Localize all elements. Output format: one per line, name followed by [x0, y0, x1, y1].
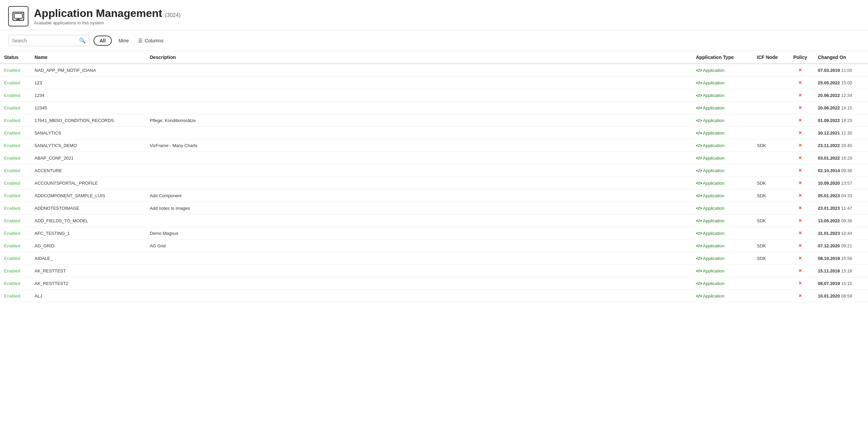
cell-policy[interactable]: ×: [787, 152, 814, 164]
cell-name[interactable]: ADD_FIELDS_TO_MODEL: [30, 214, 146, 227]
cell-name[interactable]: NAD_APP_PM_NOTIF_IOANA: [30, 64, 146, 77]
cell-name[interactable]: AK_RESTTEST2: [30, 277, 146, 290]
table-row[interactable]: Enabled123</>Application×25.05.2022 15:0…: [0, 77, 868, 89]
table-row[interactable]: EnabledADDNOTESTOIMAGEAdd notes to image…: [0, 202, 868, 214]
cell-description: [146, 89, 692, 102]
policy-x-icon[interactable]: ×: [799, 117, 802, 123]
policy-x-icon[interactable]: ×: [799, 268, 802, 273]
cell-application-type: </>Application: [692, 102, 753, 114]
policy-x-icon[interactable]: ×: [799, 293, 802, 299]
cell-policy[interactable]: ×: [787, 164, 814, 177]
cell-name[interactable]: 1234: [30, 89, 146, 102]
search-box[interactable]: 🔍: [8, 35, 89, 46]
cell-policy[interactable]: ×: [787, 127, 814, 139]
policy-x-icon[interactable]: ×: [799, 280, 802, 286]
all-button[interactable]: All: [94, 36, 112, 46]
table-row[interactable]: EnabledABAP_CONF_2021</>Application×03.0…: [0, 152, 868, 164]
cell-policy[interactable]: ×: [787, 214, 814, 227]
cell-policy[interactable]: ×: [787, 102, 814, 114]
cell-policy[interactable]: ×: [787, 277, 814, 290]
cell-name[interactable]: 123: [30, 77, 146, 89]
cell-application-type: </>Application: [692, 265, 753, 277]
cell-name[interactable]: AK_RESTTEST: [30, 265, 146, 277]
cell-name[interactable]: 5ANALYTICS_DEMO: [30, 139, 146, 152]
cell-name[interactable]: ACCOUNTSPORTAL_PROFILE: [30, 177, 146, 189]
cell-application-type: </>Application: [692, 89, 753, 102]
cell-policy[interactable]: ×: [787, 177, 814, 189]
cell-name[interactable]: AIDALE_: [30, 252, 146, 265]
policy-x-icon[interactable]: ×: [799, 142, 802, 148]
policy-x-icon[interactable]: ×: [799, 130, 802, 136]
policy-x-icon[interactable]: ×: [799, 67, 802, 73]
policy-x-icon[interactable]: ×: [799, 218, 802, 223]
header-text-block: Application Management (3024) Available …: [34, 7, 181, 25]
table-row[interactable]: EnabledAFC_TESTING_1Demo Magnus</>Applic…: [0, 227, 868, 240]
cell-name[interactable]: AFC_TESTING_1: [30, 227, 146, 240]
cell-description: AG Grid: [146, 240, 692, 252]
cell-description: VizFrame - Many Charts: [146, 139, 692, 152]
table-row[interactable]: Enabled5ANALYTICS_DEMOVizFrame - Many Ch…: [0, 139, 868, 152]
table-row[interactable]: EnabledALJ</>Application×10.01.2020 08:5…: [0, 290, 868, 302]
cell-policy[interactable]: ×: [787, 290, 814, 302]
cell-policy[interactable]: ×: [787, 77, 814, 89]
cell-policy[interactable]: ×: [787, 240, 814, 252]
policy-x-icon[interactable]: ×: [799, 205, 802, 211]
cell-policy[interactable]: ×: [787, 202, 814, 214]
search-input[interactable]: [12, 38, 78, 43]
mine-button[interactable]: Mine: [116, 36, 131, 45]
table-row[interactable]: EnabledNAD_APP_PM_NOTIF_IOANA</>Applicat…: [0, 64, 868, 77]
table-row[interactable]: Enabled12345</>Application×20.06.2022 14…: [0, 102, 868, 114]
policy-x-icon[interactable]: ×: [799, 155, 802, 161]
cell-policy[interactable]: ×: [787, 114, 814, 127]
policy-x-icon[interactable]: ×: [799, 255, 802, 261]
table-row[interactable]: EnabledADDCOMPONENT_SAMPLE_LUISAdd Compo…: [0, 189, 868, 202]
table-row[interactable]: EnabledADD_FIELDS_TO_MODEL</>Application…: [0, 214, 868, 227]
cell-policy[interactable]: ×: [787, 139, 814, 152]
table-row[interactable]: EnabledAK_RESTTEST2</>Application×08.07.…: [0, 277, 868, 290]
cell-name[interactable]: AG_GRID: [30, 240, 146, 252]
cell-policy[interactable]: ×: [787, 252, 814, 265]
cell-policy[interactable]: ×: [787, 189, 814, 202]
code-brackets-icon: </>: [696, 193, 702, 198]
policy-x-icon[interactable]: ×: [799, 243, 802, 248]
table-row[interactable]: EnabledACCOUNTSPORTAL_PROFILE</>Applicat…: [0, 177, 868, 189]
cell-policy[interactable]: ×: [787, 265, 814, 277]
policy-x-icon[interactable]: ×: [799, 105, 802, 110]
policy-x-icon[interactable]: ×: [799, 167, 802, 173]
cell-changed-on: 31.01.2023 10:44: [814, 227, 868, 240]
policy-x-icon[interactable]: ×: [799, 230, 802, 236]
page-header: Application Management (3024) Available …: [0, 0, 868, 30]
cell-policy[interactable]: ×: [787, 89, 814, 102]
cell-name[interactable]: ABAP_CONF_2021: [30, 152, 146, 164]
policy-x-icon[interactable]: ×: [799, 192, 802, 198]
table-row[interactable]: EnabledAK_RESTTEST</>Application×15.11.2…: [0, 265, 868, 277]
policy-x-icon[interactable]: ×: [799, 92, 802, 98]
code-brackets-icon: </>: [696, 105, 702, 110]
policy-x-icon[interactable]: ×: [799, 80, 802, 85]
cell-name[interactable]: ADDCOMPONENT_SAMPLE_LUIS: [30, 189, 146, 202]
cell-name[interactable]: ACCENTURE: [30, 164, 146, 177]
svg-rect-1: [14, 14, 22, 18]
cell-name[interactable]: 17641_MBSO_CONDITION_RECORDS: [30, 114, 146, 127]
policy-x-icon[interactable]: ×: [799, 180, 802, 186]
cell-changed-on: 05.01.2023 04:33: [814, 189, 868, 202]
code-brackets-icon: </>: [696, 268, 702, 273]
table-row[interactable]: EnabledACCENTURE</>Application×02.10.201…: [0, 164, 868, 177]
table-row[interactable]: EnabledAIDALE_</>ApplicationSDK×08.10.20…: [0, 252, 868, 265]
table-row[interactable]: Enabled17641_MBSO_CONDITION_RECORDSPfleg…: [0, 114, 868, 127]
cell-policy[interactable]: ×: [787, 64, 814, 77]
col-header-description: Description: [146, 51, 692, 64]
columns-button[interactable]: ☰ Columns: [136, 36, 166, 45]
cell-name[interactable]: ALJ: [30, 290, 146, 302]
table-row[interactable]: EnabledAG_GRIDAG Grid</>ApplicationSDK×0…: [0, 240, 868, 252]
table-row[interactable]: Enabled1234</>Application×20.06.2022 12:…: [0, 89, 868, 102]
code-brackets-icon: </>: [696, 231, 702, 236]
cell-icf-node: SDK: [753, 214, 787, 227]
table-row[interactable]: Enabled5ANALYTICS</>Application×30.12.20…: [0, 127, 868, 139]
cell-name[interactable]: 5ANALYTICS: [30, 127, 146, 139]
cell-policy[interactable]: ×: [787, 227, 814, 240]
cell-status: Enabled: [0, 102, 30, 114]
cell-status: Enabled: [0, 152, 30, 164]
cell-name[interactable]: 12345: [30, 102, 146, 114]
cell-name[interactable]: ADDNOTESTOIMAGE: [30, 202, 146, 214]
